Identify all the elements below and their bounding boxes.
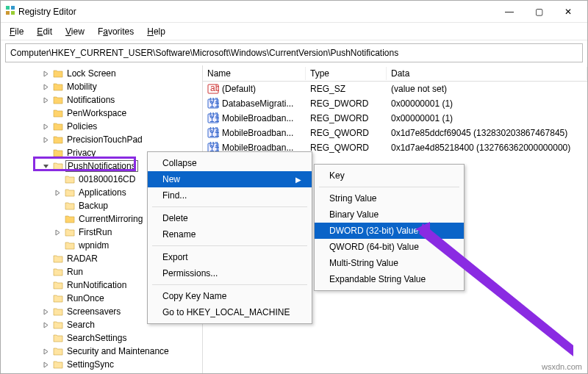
ctx-delete[interactable]: Delete — [148, 210, 312, 226]
value-name: MobileBroadban... — [222, 128, 293, 138]
value-type: REG_DWORD — [306, 98, 387, 109]
new-multistring-value[interactable]: Multi-String Value — [315, 255, 464, 271]
maximize-button[interactable]: ▢ — [524, 1, 553, 22]
context-menu: Collapse New▶ Find... Delete Rename Expo… — [147, 151, 312, 324]
tree-item[interactable]: Security and Maintenance — [5, 345, 202, 358]
new-dword-value[interactable]: DWORD (32-bit) Value — [315, 223, 464, 239]
tree-item-label: 001800016CD — [77, 174, 137, 184]
svg-rect-1 — [11, 6, 15, 10]
col-data[interactable]: Data — [387, 67, 587, 80]
col-type[interactable]: Type — [306, 67, 387, 80]
ctx-copy-key-name[interactable]: Copy Key Name — [148, 288, 312, 304]
tree-item-label: Privacy — [65, 148, 97, 158]
ctx-permissions[interactable]: Permissions... — [148, 265, 312, 281]
context-submenu-new: Key String Value Binary Value DWORD (32-… — [314, 164, 465, 291]
binary-value-icon: 011110 — [207, 98, 219, 109]
tree-item-label: RunOnce — [65, 293, 106, 303]
minimize-button[interactable]: ― — [495, 1, 524, 22]
chevron-right-icon[interactable] — [40, 71, 51, 77]
tree-item[interactable]: PenWorkspace — [5, 107, 202, 120]
new-key[interactable]: Key — [315, 168, 464, 184]
tree-item[interactable]: Lock Screen — [5, 67, 202, 80]
tree-item-label: Lock Screen — [65, 68, 118, 79]
folder-icon — [52, 134, 64, 145]
chevron-right-icon[interactable] — [40, 362, 51, 368]
tree-item[interactable]: Mobility — [5, 80, 202, 93]
registry-value-row[interactable]: 011110MobileBroadban...REG_DWORD0x000000… — [203, 111, 587, 126]
tree-item[interactable]: PrecisionTouchPad — [5, 133, 202, 146]
value-name: DatabaseMigrati... — [222, 98, 293, 109]
registry-value-row[interactable]: 011110MobileBroadban...REG_QWORD0x1d7e85… — [203, 126, 587, 140]
tree-item-label: PushNotifications — [65, 160, 138, 172]
ctx-goto-hklm[interactable]: Go to HKEY_LOCAL_MACHINE — [148, 304, 312, 320]
menu-view[interactable]: View — [61, 25, 89, 38]
menu-file[interactable]: File — [5, 25, 28, 38]
tree-item-label: wpnidm — [77, 240, 110, 251]
svg-text:110: 110 — [209, 129, 219, 139]
folder-icon — [52, 359, 64, 370]
folder-icon — [52, 108, 64, 118]
tree-item[interactable]: Policies — [5, 120, 202, 133]
folder-icon — [52, 267, 64, 277]
chevron-right-icon[interactable] — [40, 97, 51, 104]
folder-icon — [52, 280, 64, 290]
ctx-export[interactable]: Export — [148, 249, 312, 265]
tree-item[interactable]: Shell Extensions — [5, 371, 202, 373]
folder-icon — [64, 214, 76, 224]
new-string-value[interactable]: String Value — [315, 190, 464, 206]
chevron-right-icon: ▶ — [295, 176, 301, 184]
value-name: (Default) — [222, 84, 256, 94]
registry-value-row[interactable]: ab(Default)REG_SZ(value not set) — [203, 82, 587, 96]
tree-item-label: PrecisionTouchPad — [65, 134, 144, 145]
folder-icon — [64, 201, 76, 211]
value-data: 0x00000001 (1) — [387, 112, 587, 124]
new-expandable-string-value[interactable]: Expandable String Value — [315, 271, 464, 287]
chevron-right-icon[interactable] — [40, 84, 51, 90]
binary-value-icon: 011110 — [207, 112, 219, 124]
chevron-right-icon[interactable] — [52, 229, 62, 236]
window-title: Registry Editor — [15, 7, 495, 17]
value-data: 0x00000001 (1) — [387, 98, 587, 109]
folder-icon — [52, 148, 64, 158]
folder-icon — [52, 121, 64, 132]
tree-item-label: Mobility — [65, 82, 98, 92]
menu-favorites[interactable]: Favorites — [93, 25, 138, 38]
menu-help[interactable]: Help — [143, 25, 170, 38]
value-type: REG_QWORD — [306, 127, 387, 139]
svg-text:110: 110 — [209, 99, 219, 109]
chevron-right-icon[interactable] — [40, 322, 51, 328]
col-name[interactable]: Name — [203, 67, 306, 80]
folder-icon — [52, 161, 64, 171]
ctx-collapse[interactable]: Collapse — [148, 155, 312, 171]
binary-value-icon: 011110 — [207, 127, 219, 139]
chevron-right-icon[interactable] — [52, 190, 62, 196]
chevron-right-icon[interactable] — [40, 348, 51, 355]
tree-item-label: RADAR — [65, 253, 99, 264]
tree-item[interactable]: SearchSettings — [5, 331, 202, 345]
chevron-down-icon[interactable] — [40, 163, 51, 170]
value-type: REG_QWORD — [306, 142, 387, 154]
tree-item[interactable]: Notifications — [5, 93, 202, 107]
ctx-find[interactable]: Find... — [148, 187, 312, 204]
new-qword-value[interactable]: QWORD (64-bit) Value — [315, 239, 464, 255]
menu-edit[interactable]: Edit — [32, 25, 57, 38]
ctx-new[interactable]: New▶ — [148, 171, 312, 187]
registry-value-row[interactable]: 011110DatabaseMigrati...REG_DWORD0x00000… — [203, 96, 587, 111]
menubar: File Edit View Favorites Help — [1, 23, 587, 40]
address-bar[interactable]: Computer\HKEY_CURRENT_USER\Software\Micr… — [5, 43, 583, 62]
value-type: REG_DWORD — [306, 112, 387, 124]
string-value-icon: ab — [207, 83, 219, 95]
folder-icon — [52, 95, 64, 105]
chevron-right-icon[interactable] — [40, 123, 51, 130]
tree-item-label: Run — [65, 267, 85, 277]
chevron-right-icon[interactable] — [40, 309, 51, 315]
close-button[interactable]: ✕ — [553, 1, 583, 22]
titlebar: Registry Editor ― ▢ ✕ — [1, 1, 587, 23]
tree-item[interactable]: SettingSync — [5, 358, 202, 371]
new-binary-value[interactable]: Binary Value — [315, 206, 464, 223]
chevron-right-icon[interactable] — [40, 137, 51, 143]
ctx-rename[interactable]: Rename — [148, 226, 312, 242]
tree-item-label: Policies — [65, 121, 98, 132]
tree-item-label: SearchSettings — [65, 333, 128, 343]
tree-item-label: Applications — [77, 187, 128, 198]
